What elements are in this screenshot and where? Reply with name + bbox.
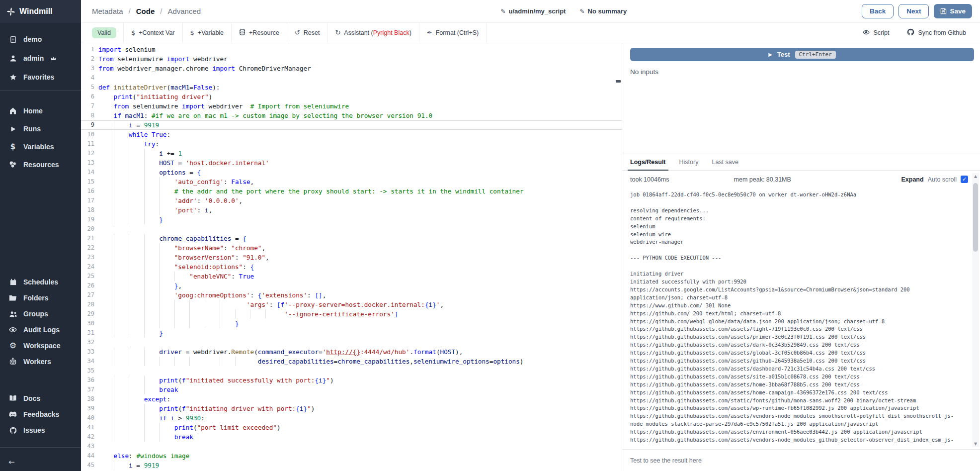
tab-last-save[interactable]: Last save <box>712 154 738 170</box>
tab-code[interactable]: Code <box>136 7 155 15</box>
script-path[interactable]: ✎ u/admin/my_script <box>501 7 566 15</box>
line-number[interactable]: 37 <box>81 385 94 394</box>
assistant-button[interactable]: ↻Assistant (Pyright Black) <box>327 23 419 43</box>
next-button[interactable]: Next <box>898 4 929 18</box>
sidebar-item-folders[interactable]: Folders <box>0 290 81 306</box>
sidebar-item-issues[interactable]: Issues <box>0 422 81 438</box>
sidebar-item-runs[interactable]: Runs <box>0 120 81 138</box>
line-number[interactable]: 1 <box>81 45 94 54</box>
tab-logs-result[interactable]: Logs/Result <box>630 154 666 170</box>
logs-scrollbar[interactable]: ▲ ▼ <box>972 173 979 447</box>
line-number[interactable]: 23 <box>81 253 94 262</box>
line-number[interactable]: 8 <box>81 111 94 120</box>
line-number[interactable]: 45 <box>81 461 94 470</box>
line-number[interactable]: 34 <box>81 357 94 366</box>
line-number[interactable]: 42 <box>81 432 94 442</box>
user-menu[interactable]: admin <box>0 49 81 68</box>
app-logo[interactable]: Windmill <box>0 0 81 23</box>
line-number[interactable]: 7 <box>81 101 94 111</box>
workspace-selector[interactable]: demo <box>0 30 81 49</box>
line-number[interactable]: 26 <box>81 281 94 290</box>
line-number[interactable]: 6 <box>81 92 94 101</box>
line-number[interactable]: 14 <box>81 168 94 177</box>
line-number[interactable]: 17 <box>81 196 94 205</box>
sidebar-item-feedbacks[interactable]: Feedbacks <box>0 406 81 422</box>
sidebar-item-workers[interactable]: Workers <box>0 354 81 370</box>
line-number[interactable]: 22 <box>81 243 94 253</box>
line-number[interactable]: 10 <box>81 130 94 139</box>
collapse-sidebar-button[interactable]: ← <box>0 452 81 471</box>
sidebar-item-workspace[interactable]: ⚙Workspace <box>0 338 81 354</box>
reset-button[interactable]: ↺Reset <box>287 23 328 43</box>
logs-scrollbar-thumb[interactable] <box>973 183 978 252</box>
line-number[interactable]: 38 <box>81 394 94 404</box>
tab-metadata[interactable]: Metadata <box>92 7 123 15</box>
indent-guide <box>159 187 174 196</box>
line-number[interactable]: 28 <box>81 300 94 309</box>
line-number[interactable]: 11 <box>81 139 94 149</box>
line-number[interactable]: 3 <box>81 64 94 73</box>
line-number[interactable]: 9 <box>81 120 94 130</box>
sidebar-item-home[interactable]: Home <box>0 102 81 120</box>
line-number[interactable]: 18 <box>81 205 94 215</box>
line-number[interactable]: 15 <box>81 177 94 187</box>
indent-guide <box>98 347 114 357</box>
autoscroll-checkbox[interactable]: ✓ <box>961 176 968 183</box>
script-kind-button[interactable]: Script <box>863 28 889 37</box>
add-variable-button[interactable]: $+Variable <box>183 23 232 43</box>
indent-guide <box>98 376 114 385</box>
sidebar-item-variables[interactable]: $Variables <box>0 138 81 156</box>
line-number[interactable]: 35 <box>81 366 94 376</box>
tab-advanced[interactable]: Advanced <box>167 7 201 15</box>
line-number[interactable]: 27 <box>81 290 94 300</box>
save-button[interactable]: Save <box>934 4 972 18</box>
sync-github-button[interactable]: Sync from Github <box>907 28 966 37</box>
script-summary[interactable]: ✎ No summary <box>579 7 627 15</box>
line-number[interactable]: 44 <box>81 451 94 461</box>
line-number[interactable]: 20 <box>81 224 94 234</box>
sidebar-item-audit-logs[interactable]: Audit Logs <box>0 322 81 338</box>
line-number[interactable]: 24 <box>81 262 94 272</box>
sidebar-item-resources[interactable]: Resources <box>0 156 81 174</box>
line-number[interactable]: 2 <box>81 54 94 64</box>
line-number[interactable]: 13 <box>81 158 94 168</box>
line-number[interactable]: 33 <box>81 347 94 357</box>
add-context-var-button[interactable]: $+Context Var <box>124 23 183 43</box>
code-editor[interactable]: 1import selenium2from seleniumwire impor… <box>81 43 622 471</box>
line-number[interactable]: 41 <box>81 423 94 432</box>
line-number[interactable]: 36 <box>81 376 94 385</box>
sidebar-item-favorites[interactable]: Favorites <box>0 68 81 87</box>
line-number[interactable]: 16 <box>81 187 94 196</box>
line-number[interactable]: 31 <box>81 328 94 338</box>
line-number[interactable]: 12 <box>81 149 94 158</box>
line-number[interactable]: 25 <box>81 272 94 281</box>
back-button[interactable]: Back <box>862 4 894 18</box>
line-number[interactable]: 39 <box>81 404 94 413</box>
editor-scrollbar[interactable] <box>615 43 621 471</box>
scroll-up-icon[interactable]: ▲ <box>972 174 979 179</box>
code-line: 25"enableVNC": True <box>81 272 622 281</box>
sidebar-item-schedules[interactable]: Schedules <box>0 274 81 290</box>
tab-history[interactable]: History <box>679 154 699 170</box>
line-number[interactable]: 21 <box>81 234 94 243</box>
expand-button[interactable]: Expand <box>901 176 923 183</box>
line-number[interactable]: 19 <box>81 215 94 224</box>
add-resource-button[interactable]: +Resource <box>232 23 287 43</box>
format-button[interactable]: ✒Format (Ctrl+S) <box>419 23 487 43</box>
line-number[interactable]: 29 <box>81 309 94 319</box>
line-number[interactable]: 32 <box>81 338 94 347</box>
sidebar-item-groups[interactable]: Groups <box>0 306 81 322</box>
scroll-down-icon[interactable]: ▼ <box>972 442 979 446</box>
line-number[interactable]: 5 <box>81 83 94 92</box>
code-line: 1import selenium <box>81 45 622 54</box>
line-number[interactable]: 43 <box>81 442 94 451</box>
sidebar-item-docs[interactable]: Docs <box>0 390 81 406</box>
app-window: Windmill demoadminFavorites HomeRuns$Var… <box>0 0 980 471</box>
line-number[interactable]: 4 <box>81 73 94 83</box>
log-output[interactable]: job 01864aff-22dd-cf40-f0c5-0ec8e9b50c70… <box>622 188 980 449</box>
code-text: } <box>94 328 163 338</box>
token: ( <box>178 377 182 384</box>
test-button[interactable]: ▶ Test Ctrl+Enter <box>630 48 974 61</box>
line-number[interactable]: 30 <box>81 319 94 328</box>
line-number[interactable]: 40 <box>81 413 94 423</box>
